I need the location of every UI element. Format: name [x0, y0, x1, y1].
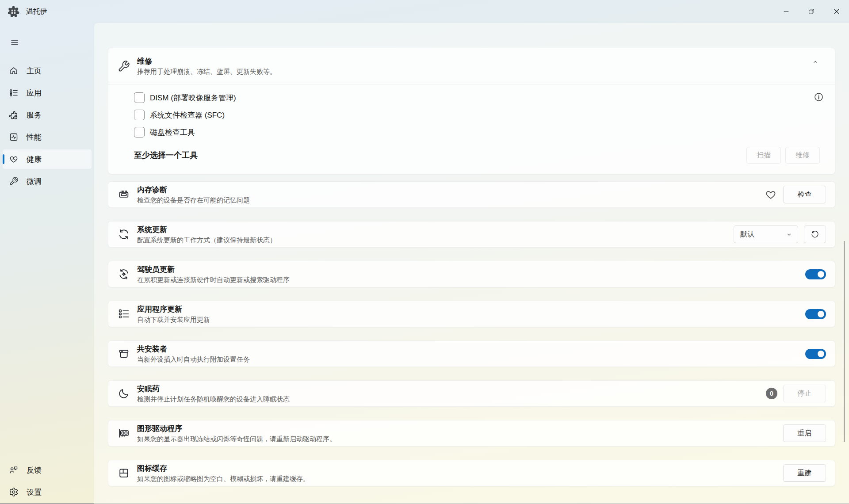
repair-subtitle: 推荐用于处理崩溃、冻结、蓝屏、更新失败等。 [137, 68, 276, 76]
wake-task-count-badge: 0 [766, 388, 777, 399]
tweaks-icon [8, 176, 19, 187]
titlebar: 温托伊 [0, 0, 849, 23]
sidebar-item-tweaks[interactable]: 微调 [3, 172, 92, 191]
checkbox-box [134, 110, 145, 120]
graphics-driver-row: 图形驱动程序 如果您的显示器出现冻结或闪烁等奇怪问题，请重新启动驱动程序。 重启 [108, 420, 835, 447]
icon-cache-row: 图标缓存 如果您的图标或缩略图为空白、模糊或损坏，请重建缓存。 重建 [108, 460, 835, 486]
sidebar-footer: 反馈 设置 [3, 460, 92, 504]
reset-button[interactable] [804, 225, 826, 243]
minimize-button[interactable] [773, 0, 799, 23]
nav-menu-button[interactable] [5, 34, 24, 50]
repair-card: 维修 推荐用于处理崩溃、冻结、蓝屏、更新失败等。 DISM (部署映像服务管理) [108, 48, 835, 174]
sidebar-nav: 主页 应用 服务 [3, 61, 92, 191]
info-icon[interactable] [813, 92, 824, 103]
sidebar-item-health[interactable]: 健康 [3, 149, 92, 169]
row-subtitle: 当新外设插入时自动执行附加设置任务 [137, 355, 250, 364]
coinstaller-icon [117, 347, 130, 360]
restart-driver-button[interactable]: 重启 [783, 424, 826, 442]
icon-cache-icon [117, 466, 130, 480]
coinstallers-row: 共安装者 当新外设插入时自动执行附加设置任务 [108, 340, 835, 367]
stop-button[interactable]: 停止 [783, 385, 826, 402]
sidebar-item-performance[interactable]: 性能 [3, 127, 92, 147]
checkbox-label: 磁盘检查工具 [150, 127, 195, 137]
row-subtitle: 检测并停止计划任务随机唤醒您的设备进入睡眠状态 [137, 395, 290, 404]
moon-icon [117, 387, 130, 400]
memory-diagnostic-row: 内存诊断 检查您的设备是否存在可能的记忆问题 检查 [108, 181, 835, 208]
sidebar-item-label: 微调 [27, 176, 42, 187]
health-page: 维修 推荐用于处理崩溃、冻结、蓝屏、更新失败等。 DISM (部署映像服务管理) [94, 23, 849, 504]
checkbox-chkdsk[interactable]: 磁盘检查工具 [134, 125, 195, 139]
memory-icon [117, 188, 130, 201]
chevron-down-icon [786, 231, 792, 238]
gpu-icon [117, 427, 130, 440]
settings-icon [8, 487, 19, 497]
row-subtitle: 检查您的设备是否存在可能的记忆问题 [137, 196, 250, 205]
sidebar-item-label: 服务 [27, 110, 42, 120]
row-subtitle: 自动下载并安装应用更新 [137, 316, 210, 324]
close-button[interactable] [824, 0, 849, 23]
rebuild-cache-button[interactable]: 重建 [783, 464, 826, 482]
minimize-icon [782, 8, 790, 15]
row-title: 安眠药 [137, 384, 290, 394]
update-mode-dropdown[interactable]: 默认 [734, 225, 798, 243]
repair-button[interactable]: 维修 [785, 147, 820, 164]
sidebar-item-feedback[interactable]: 反馈 [3, 460, 92, 480]
scrollbar-thumb[interactable] [844, 241, 845, 442]
services-icon [8, 110, 19, 120]
app-identity: 温托伊 [0, 6, 47, 18]
sidebar-item-home[interactable]: 主页 [3, 61, 92, 80]
sidebar-item-label: 健康 [27, 154, 42, 164]
coinstallers-toggle[interactable] [805, 349, 826, 359]
heart-icon[interactable] [764, 188, 777, 201]
row-subtitle: 如果您的显示器出现冻结或闪烁等奇怪问题，请重新启动驱动程序。 [137, 435, 336, 443]
reset-icon [811, 230, 819, 239]
dropdown-value: 默认 [740, 230, 754, 239]
repair-expander-header[interactable]: 维修 推荐用于处理崩溃、冻结、蓝屏、更新失败等。 [108, 48, 835, 84]
row-title: 应用程序更新 [137, 304, 210, 314]
checkbox-dism[interactable]: DISM (部署映像服务管理) [134, 91, 236, 105]
checkbox-box [134, 127, 145, 137]
row-subtitle: 配置系统更新的工作方式（建议保持最新状态） [137, 236, 276, 244]
sidebar-item-label: 主页 [27, 66, 42, 76]
repair-expander-body: DISM (部署映像服务管理) 系统文件检查器 (SFC) 磁盘检查工具 [108, 84, 835, 164]
row-title: 系统更新 [137, 225, 276, 235]
driver-updates-toggle[interactable] [805, 269, 826, 279]
row-title: 图标缓存 [137, 463, 310, 473]
sidebar-item-label: 反馈 [27, 465, 42, 475]
sidebar-item-settings[interactable]: 设置 [3, 482, 92, 502]
sync-icon [117, 228, 130, 241]
sleep-blockers-row: 安眠药 检测并停止计划任务随机唤醒您的设备进入睡眠状态 0 停止 [108, 380, 835, 407]
sidebar: 主页 应用 服务 [0, 23, 94, 504]
home-icon [8, 65, 19, 76]
checkbox-label: DISM (部署映像服务管理) [150, 93, 236, 103]
row-title: 内存诊断 [137, 185, 250, 195]
app-title: 温托伊 [26, 7, 47, 16]
system-update-row: 系统更新 配置系统更新的工作方式（建议保持最新状态） 默认 [108, 221, 835, 248]
row-subtitle: 在累积更新或连接新硬件时自动更新或搜索驱动程序 [137, 276, 290, 284]
sidebar-item-apps[interactable]: 应用 [3, 83, 92, 103]
sidebar-item-label: 应用 [27, 88, 42, 98]
close-icon [833, 8, 841, 15]
sidebar-item-services[interactable]: 服务 [3, 105, 92, 125]
app-updates-toggle[interactable] [805, 309, 826, 319]
checkbox-sfc[interactable]: 系统文件检查器 (SFC) [134, 108, 225, 122]
driver-updates-row: 驾驶员更新 在累积更新或连接新硬件时自动更新或搜索驱动程序 [108, 261, 835, 287]
window-controls [773, 0, 849, 23]
row-title: 驾驶员更新 [137, 264, 290, 275]
feedback-icon [8, 465, 19, 475]
wrench-icon [117, 60, 130, 73]
health-icon [8, 154, 19, 164]
check-button[interactable]: 检查 [783, 186, 826, 203]
driver-update-icon [117, 267, 130, 281]
scan-button[interactable]: 扫描 [746, 147, 781, 164]
app-logo-icon [8, 6, 19, 18]
sidebar-item-label: 设置 [27, 487, 42, 497]
app-updates-row: 应用程序更新 自动下载并安装应用更新 [108, 301, 835, 327]
apps-icon [8, 88, 19, 98]
restore-button[interactable] [799, 0, 824, 23]
repair-hint: 至少选择一个工具 [134, 150, 198, 160]
repair-title: 维修 [137, 56, 276, 66]
restore-icon [807, 8, 815, 15]
checkbox-label: 系统文件检查器 (SFC) [150, 110, 225, 120]
performance-icon [8, 132, 19, 142]
